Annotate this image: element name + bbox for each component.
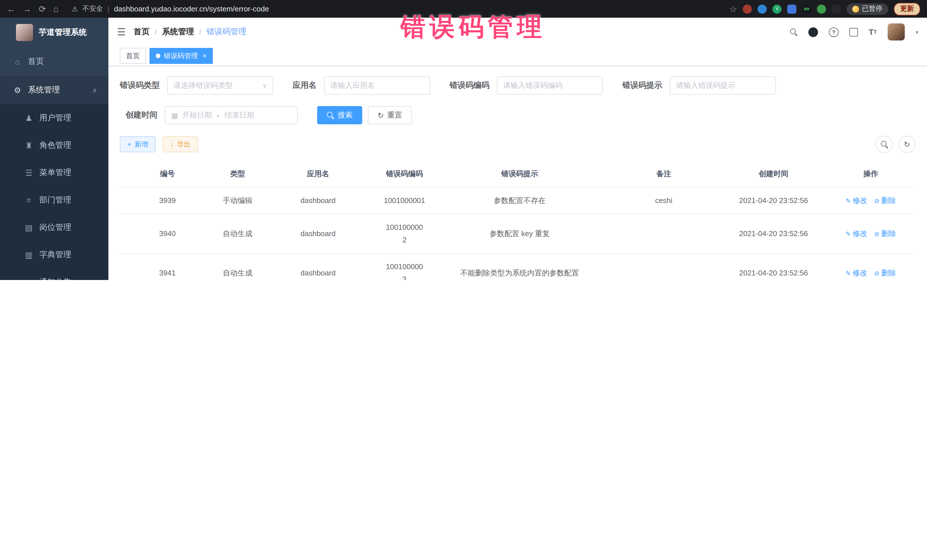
sidebar-menu: ⌂ 首页 ⚙ 系统管理 ∧ ♟ 用户管理 ♜ 角色管理 (0, 47, 108, 280)
edit-icon: ✎ (846, 194, 851, 207)
sidebar-item-label: 用户管理 (40, 113, 71, 123)
app-logo-image (16, 24, 33, 41)
start-date-placeholder: 开始日期 (182, 110, 212, 120)
reset-button[interactable]: ↻ 重置 (368, 106, 412, 124)
column-header-id: 编号 (120, 161, 215, 187)
input-placeholder: 请输入错误码提示 (676, 80, 736, 91)
system-management-submenu: ♟ 用户管理 ♜ 角色管理 ☰ 菜单管理 ⌗ 部门管理 (0, 104, 108, 280)
search-button[interactable]: 搜索 (317, 106, 362, 124)
cell-app: dashboard (260, 187, 376, 214)
breadcrumb-separator: / (199, 27, 201, 36)
extension-red-icon[interactable] (743, 4, 752, 14)
delete-icon: ⊘ (874, 194, 879, 207)
cell-message: 参数配置不存在 (433, 187, 606, 214)
extension-grid-icon[interactable] (787, 4, 796, 14)
tag-close-icon[interactable]: × (202, 52, 207, 60)
column-header-message: 错误码提示 (433, 161, 606, 187)
delete-icon: ⊘ (874, 267, 879, 279)
table-header-row: 编号 类型 应用名 错误码编码 错误码提示 备注 创建时间 操作 (120, 161, 916, 187)
sidebar-item-system-management[interactable]: ⚙ 系统管理 ∧ (0, 76, 108, 104)
profile-emoji-icon (852, 5, 859, 12)
sidebar-logo-row[interactable]: 芋道管理系统 (0, 18, 108, 47)
cell-time: 2021-04-20 23:52:56 (721, 187, 826, 214)
user-avatar[interactable] (887, 23, 905, 41)
add-button[interactable]: + 新增 (120, 136, 156, 152)
error-code-input[interactable]: 请输入错误码编码 (497, 76, 603, 95)
error-message-input[interactable]: 请输入错误码提示 (670, 76, 776, 95)
toggle-search-button[interactable] (876, 136, 893, 153)
cell-app: dashboard (260, 253, 376, 280)
sidebar-item-post-management[interactable]: ▤ 岗位管理 (0, 214, 108, 241)
cell-time: 2021-04-20 23:52:56 (721, 253, 826, 280)
font-size-icon[interactable]: TT (869, 27, 877, 36)
cell-id: 3939 (120, 187, 215, 214)
input-placeholder: 请输入错误码编码 (503, 80, 562, 91)
extension-puzzle-icon[interactable] (832, 4, 841, 14)
paused-badge[interactable]: 已暂停 (846, 3, 888, 15)
tag-home[interactable]: 首页 (120, 48, 146, 64)
sidebar-item-notice[interactable]: ✉ 通知公告 (0, 269, 108, 280)
cell-remark (606, 253, 721, 280)
delete-link[interactable]: ⊘删除 (874, 267, 896, 279)
dictionary-icon: ▥ (24, 250, 33, 260)
sidebar-item-menu-management[interactable]: ☰ 菜单管理 (0, 159, 108, 187)
breadcrumb-section[interactable]: 系统管理 (162, 27, 194, 37)
input-placeholder: 请输入应用名 (330, 80, 375, 91)
sidebar-item-label: 菜单管理 (40, 168, 71, 178)
chrome-right-cluster: ☆ V on 已暂停 更新 (729, 3, 920, 15)
update-browser-button[interactable]: 更新 (894, 3, 920, 15)
breadcrumb: 首页 / 系统管理 / 错误码管理 (134, 27, 247, 37)
error-code-type-select[interactable]: 请选择错误码类型 ∨ (167, 76, 273, 95)
extension-blue-drop-icon[interactable] (758, 4, 767, 14)
delete-link[interactable]: ⊘删除 (874, 194, 896, 207)
search-icon[interactable] (790, 28, 798, 36)
help-icon[interactable]: ? (829, 27, 839, 37)
fullscreen-icon[interactable] (849, 28, 858, 36)
delete-icon: ⊘ (874, 228, 879, 240)
create-time-range-picker[interactable]: ▦ 开始日期 - 结束日期 (165, 106, 298, 124)
cell-message: 不能删除类型为系统内置的参数配置 (433, 253, 606, 280)
extension-leaf-icon[interactable] (817, 4, 826, 14)
extension-on-switch-icon[interactable]: on (802, 4, 811, 14)
edit-icon: ✎ (846, 228, 851, 240)
edit-link[interactable]: ✎修改 (846, 194, 868, 207)
column-header-remark: 备注 (606, 161, 721, 187)
download-icon: ↓ (170, 140, 173, 148)
sidebar-item-user-management[interactable]: ♟ 用户管理 (0, 104, 108, 132)
home-icon[interactable]: ⌂ (53, 5, 58, 13)
tag-label: 首页 (126, 51, 140, 61)
forward-icon[interactable]: → (23, 5, 31, 13)
role-icon: ♜ (24, 141, 33, 150)
edit-link[interactable]: ✎修改 (846, 267, 868, 279)
avatar-caret-down-icon[interactable]: ▾ (916, 29, 918, 35)
sidebar-item-department-management[interactable]: ⌗ 部门管理 (0, 187, 108, 214)
extension-green-v-icon[interactable]: V (772, 4, 781, 14)
url-text[interactable]: dashboard.yudao.iocoder.cn/system/error-… (114, 5, 269, 13)
table-toolbar: + 新增 ↓ 导出 ↻ (120, 136, 916, 153)
refresh-table-button[interactable]: ↻ (898, 136, 916, 153)
delete-link[interactable]: ⊘删除 (874, 228, 896, 240)
tag-error-code-management[interactable]: 错误码管理 × (149, 48, 213, 64)
edit-link[interactable]: ✎修改 (846, 228, 868, 240)
navbar-right-cluster: ? TT ▾ (790, 23, 918, 41)
sidebar-item-role-management[interactable]: ♜ 角色管理 (0, 132, 108, 159)
github-icon[interactable] (808, 27, 818, 37)
filter-label: 应用名 (293, 80, 324, 91)
bookmark-star-icon[interactable]: ☆ (729, 5, 737, 13)
column-header-operations: 操作 (826, 161, 916, 187)
paused-badge-label: 已暂停 (862, 4, 883, 14)
export-button-label: 导出 (177, 140, 190, 149)
reset-button-label: 重置 (388, 110, 402, 120)
sidebar-item-dictionary-management[interactable]: ▥ 字典管理 (0, 241, 108, 269)
reload-icon[interactable]: ⟳ (39, 5, 46, 13)
back-icon[interactable]: ← (7, 5, 15, 13)
address-bar[interactable]: ⚠ 不安全 | dashboard.yudao.iocoder.cn/syste… (71, 4, 722, 14)
page-content: 错误码类型 请选择错误码类型 ∨ 应用名 请输入应用名 错误码编码 (108, 66, 927, 280)
cell-code: 100100000 2 (376, 214, 433, 253)
app-name-input[interactable]: 请输入应用名 (324, 76, 430, 95)
breadcrumb-home[interactable]: 首页 (134, 27, 150, 37)
hamburger-icon[interactable]: ☰ (117, 26, 126, 38)
post-icon: ▤ (24, 223, 33, 232)
export-button[interactable]: ↓ 导出 (163, 136, 198, 152)
sidebar-item-home[interactable]: ⌂ 首页 (0, 47, 108, 76)
